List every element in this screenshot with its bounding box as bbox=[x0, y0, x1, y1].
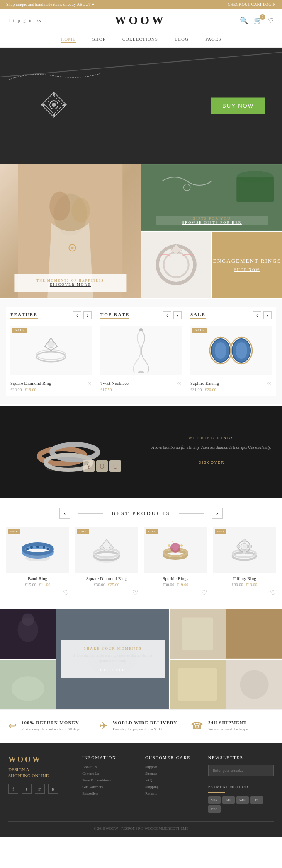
googleplus-icon[interactable]: g bbox=[23, 18, 26, 23]
band-ring-price: £15.00 £11.00 bbox=[6, 583, 69, 587]
login-link[interactable]: LOGIN bbox=[263, 2, 276, 7]
promo-moments-link[interactable]: DISCOVER MORE bbox=[22, 283, 119, 287]
feature-prev-button[interactable]: ‹ bbox=[73, 311, 81, 319]
linkedin-icon[interactable]: in bbox=[29, 18, 33, 23]
payment-icons: VISA MC AMEX PP DISC bbox=[208, 796, 274, 813]
pinterest-icon[interactable]: p bbox=[18, 18, 20, 23]
band-ring-new-price: £11.00 bbox=[39, 583, 50, 587]
twitter-icon[interactable]: t bbox=[13, 18, 15, 23]
hero-jewelry bbox=[8, 68, 100, 144]
nav-collections[interactable]: COLLECTIONS bbox=[122, 36, 158, 43]
footer-pinterest-icon[interactable]: p bbox=[48, 784, 58, 794]
wishlist-icon[interactable]: ♡ bbox=[268, 17, 274, 24]
newsletter-email-input[interactable] bbox=[208, 765, 274, 776]
footer-faq-link[interactable]: FAQ bbox=[145, 778, 200, 782]
rss-icon[interactable]: rss bbox=[36, 18, 41, 23]
wedding-discover-button[interactable]: DISCOVER bbox=[190, 457, 233, 468]
best-prev-button[interactable]: ‹ bbox=[59, 508, 70, 519]
nav-home[interactable]: HOME bbox=[61, 36, 75, 43]
nav-blog[interactable]: BLOG bbox=[175, 36, 189, 43]
pp-icon: PP bbox=[250, 796, 263, 804]
feature-old-price: £26.00 bbox=[10, 387, 22, 392]
sparkle-rings-name: Sparkle Rings bbox=[144, 576, 207, 581]
footer-vouchers-link[interactable]: Gift Vouchers bbox=[82, 785, 137, 789]
footer-support-link[interactable]: Support bbox=[145, 765, 200, 769]
cart-link[interactable]: CART bbox=[251, 2, 262, 7]
footer-returns-link[interactable]: Returns bbox=[145, 791, 200, 795]
sale-next-button[interactable]: › bbox=[263, 311, 272, 319]
footer-twitter-icon[interactable]: t bbox=[22, 784, 32, 794]
feature-delivery-desc: Free ship for payment over $100 bbox=[113, 727, 177, 733]
feature-return: ↩ 100% RETURN MONEY First money standard… bbox=[8, 720, 91, 733]
footer-about-link[interactable]: About Us bbox=[82, 765, 137, 769]
shipment-icon: ☎ bbox=[191, 720, 203, 732]
footer-shipping-link[interactable]: Shipping bbox=[145, 785, 200, 789]
svg-point-71 bbox=[243, 551, 246, 554]
sale-wishlist-icon[interactable]: ♡ bbox=[267, 382, 272, 388]
sparkle-rings-actions: ♡ bbox=[144, 589, 207, 597]
feature-product-info: Square Diamond Ring £26.00 £19.00 bbox=[10, 377, 51, 392]
toprate-prev-button[interactable]: ‹ bbox=[163, 311, 171, 319]
wedding-desc: A love that burns for eternity deserves … bbox=[149, 444, 274, 450]
best-products-grid: SALE Band Ring £15.00 £11.00 bbox=[6, 527, 276, 597]
search-icon[interactable]: 🔍 bbox=[240, 17, 248, 24]
footer-facebook-icon[interactable]: f bbox=[8, 784, 18, 794]
sale-prev-button[interactable]: ‹ bbox=[253, 311, 261, 319]
cart-icon[interactable]: 🛒0 bbox=[254, 17, 262, 24]
feature-next-button[interactable]: › bbox=[83, 311, 92, 319]
diamond-ring-wishlist-icon[interactable]: ♡ bbox=[132, 589, 138, 597]
band-ring-wishlist-icon[interactable]: ♡ bbox=[63, 589, 69, 597]
promo-gifts-label: GIFTS FOR YOU bbox=[156, 216, 268, 220]
best-next-button[interactable]: › bbox=[212, 508, 223, 519]
footer-sitemap-link[interactable]: Sitemap bbox=[145, 771, 200, 776]
svg-point-6 bbox=[53, 114, 55, 116]
feature-header: FEATURE ‹ › bbox=[10, 311, 92, 319]
tiffany-ring-wishlist-icon[interactable]: ♡ bbox=[270, 589, 276, 597]
footer-bestsellers-link[interactable]: Bestsellers bbox=[82, 791, 137, 795]
footer-contact-link[interactable]: Contact Us bbox=[82, 771, 137, 776]
promo-gifts-link[interactable]: BROWSE GIFTS FOR HER bbox=[156, 220, 268, 225]
svg-point-61 bbox=[168, 544, 170, 547]
svg-point-47 bbox=[30, 546, 33, 549]
nav-shop[interactable]: SHOP bbox=[92, 36, 106, 43]
feature-return-desc: First money standard within in 30 days bbox=[22, 727, 80, 733]
checkout-link[interactable]: CHECKOUT bbox=[228, 2, 250, 7]
best-products-section: ‹ BEST PRODUCTS › SALE bbox=[0, 498, 282, 607]
sparkle-rings-wishlist-icon[interactable]: ♡ bbox=[201, 589, 207, 597]
disc-icon: DISC bbox=[208, 805, 221, 813]
svg-point-83 bbox=[12, 676, 44, 701]
promo-moments-overlay: THE MOMENTS OF HAPPINESS DISCOVER MORE bbox=[14, 274, 126, 292]
best-product-tiffany-ring: SALE Tiffany Ring £30. bbox=[213, 527, 276, 597]
toprate-product-name: Twist Necklace bbox=[100, 381, 129, 386]
promo-moments-label: THE MOMENTS OF HAPPINESS bbox=[22, 279, 119, 283]
svg-text:O: O bbox=[100, 463, 105, 470]
band-ring-badge: SALE bbox=[8, 529, 20, 534]
toprate-product-info: Twist Necklace £17.50 bbox=[100, 377, 129, 392]
feature-delivery-title: WORLD WIDE DELIVERY bbox=[113, 720, 177, 725]
toprate-price: £17.50 bbox=[100, 387, 112, 392]
footer-linkedin-icon[interactable]: in bbox=[35, 784, 45, 794]
sale-product-card: SALE bbox=[190, 326, 272, 392]
toprate-title: TOP RATE bbox=[100, 312, 129, 319]
site-logo[interactable]: WOOW bbox=[114, 14, 166, 27]
header-actions: 🔍 🛒0 ♡ bbox=[240, 17, 274, 24]
feature-wishlist-icon[interactable]: ♡ bbox=[87, 382, 92, 388]
feature-shipment-title: 24H SHIPMENT bbox=[208, 720, 248, 725]
footer-terms-link[interactable]: Term & Conditions bbox=[82, 778, 137, 782]
sparkle-rings-image: SALE bbox=[144, 527, 207, 573]
nav-pages[interactable]: PAGES bbox=[205, 36, 221, 43]
feature-badge: SALE bbox=[12, 328, 27, 333]
promo-engagement-link[interactable]: SHOP NOW bbox=[234, 268, 260, 272]
feature-product-price: £26.00 £19.00 bbox=[10, 387, 51, 392]
promo-ring-image bbox=[141, 232, 212, 298]
toprate-wishlist-icon[interactable]: ♡ bbox=[177, 382, 182, 388]
svg-point-4 bbox=[53, 93, 55, 96]
sale-product-price: £31.00 £20.00 bbox=[190, 387, 219, 392]
gallery-discover-link[interactable]: DISCOVER bbox=[69, 668, 156, 672]
gallery-cell-4 bbox=[226, 609, 282, 659]
toprate-next-button[interactable]: › bbox=[173, 311, 182, 319]
facebook-icon[interactable]: f bbox=[8, 18, 10, 23]
gallery-section: SHARE YOUR MOMENTS A love that burns for… bbox=[0, 609, 282, 709]
footer-logo: WOOW bbox=[8, 755, 74, 764]
buy-now-button[interactable]: BUY NOW bbox=[211, 98, 265, 114]
